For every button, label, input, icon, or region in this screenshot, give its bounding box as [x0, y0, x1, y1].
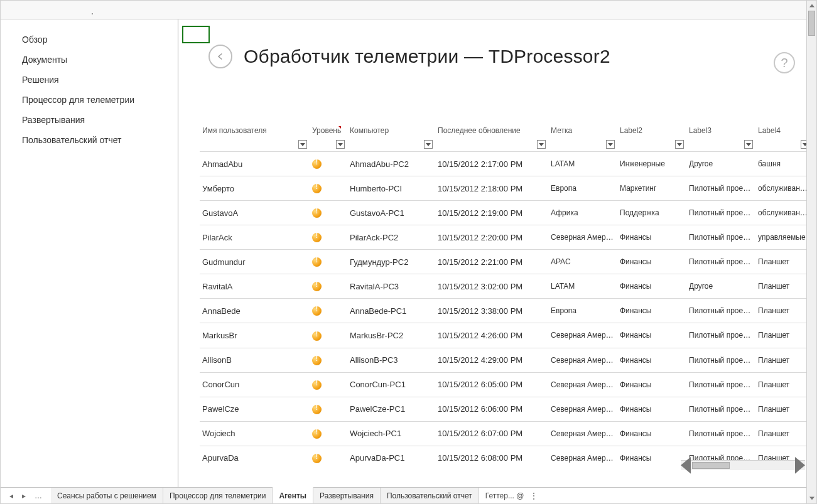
cell-level — [310, 446, 347, 470]
cell-computer: PawelCze-PC1 — [347, 397, 435, 421]
scroll-thumb[interactable] — [692, 462, 730, 469]
sidebar-item-overview[interactable]: Обзор — [22, 35, 178, 45]
cell-level — [310, 348, 347, 372]
filter-button[interactable] — [298, 140, 307, 149]
cell-label4: Планшет — [755, 348, 810, 372]
cell-updated: 10/15/2012 2:18:00 PM — [435, 176, 548, 201]
table-row[interactable]: GustavoAGustavoA-PC110/15/2012 2:19:00 P… — [200, 201, 810, 225]
cell-level — [310, 299, 347, 323]
col-header-label3: Label3 — [686, 126, 755, 152]
title-bar — [1, 1, 816, 19]
page-title: Обработчик телеметрии — TDProcessor2 — [244, 46, 610, 67]
cell-label3: Пилотный проект 1 — [686, 225, 755, 250]
sheet-tab-sessions[interactable]: Сеансы работы с решением — [51, 488, 163, 503]
cell-label3: Пилотный проект 1 — [686, 372, 755, 397]
sheet-tab-custom-report[interactable]: Пользовательский отчет — [381, 488, 479, 503]
filter-button[interactable] — [744, 140, 753, 149]
filter-button[interactable] — [675, 140, 684, 149]
filter-button[interactable] — [336, 140, 345, 149]
sidebar: Обзор Документы Решения Процессор для те… — [1, 19, 178, 487]
table-row[interactable]: AhmadAbuAhmadAbu-PC210/15/2012 2:17:00 P… — [200, 152, 810, 176]
cell-user: Wojciech — [200, 421, 310, 446]
cell-computer: MarkusBr-PC2 — [347, 323, 435, 348]
col-header-computer: Компьютер — [347, 126, 435, 152]
warning-icon — [312, 380, 322, 390]
cell-updated: 10/15/2012 2:21:00 PM — [435, 250, 548, 274]
scroll-thumb[interactable] — [808, 11, 815, 36]
scroll-down-button[interactable] — [807, 493, 816, 503]
table-row[interactable]: WojciechWojciech-PC110/15/2012 6:07:00 P… — [200, 421, 810, 446]
warning-icon — [312, 282, 322, 291]
cell-updated: 10/15/2012 3:38:00 PM — [435, 299, 548, 323]
sidebar-item-custom-report[interactable]: Пользовательский отчет — [22, 135, 178, 145]
cell-level — [310, 152, 347, 176]
agents-table: Имя пользователя Уровень Компьютер После… — [200, 126, 810, 470]
table-row[interactable]: УмбертоHumberto-PCI10/15/2012 2:18:00 PM… — [200, 176, 810, 201]
window-vertical-scrollbar[interactable] — [806, 1, 816, 503]
table-row[interactable]: PawelCzePawelCze-PC110/15/2012 6:06:00 P… — [200, 397, 810, 421]
warning-icon — [312, 208, 322, 218]
horizontal-scrollbar[interactable] — [681, 460, 805, 470]
scroll-track[interactable] — [807, 11, 816, 493]
warning-icon — [312, 184, 322, 193]
filter-button[interactable] — [424, 140, 433, 149]
sheet-more-button[interactable]: … — [35, 491, 42, 500]
cell-computer: RavitalA-PC3 — [347, 274, 435, 299]
sidebar-item-solutions[interactable]: Решения — [22, 75, 178, 85]
cell-level — [310, 176, 347, 201]
table-row[interactable]: ConorCunConorCun-PC110/15/2012 6:05:00 P… — [200, 372, 810, 397]
table-row[interactable]: AllisonBAllisonB-PC310/15/2012 4:29:00 P… — [200, 348, 810, 372]
cell-label3: Другое — [686, 274, 755, 299]
help-button[interactable]: ? — [774, 52, 795, 73]
scroll-track[interactable] — [691, 461, 795, 470]
active-cell-indicator[interactable] — [182, 26, 210, 43]
sheet-tab-deployments[interactable]: Развертывания — [313, 488, 381, 503]
cell-label4: обслуживание — [755, 201, 810, 225]
cell-label3: Пилотный проект 1 — [686, 421, 755, 446]
cell-label2: Финансы — [617, 299, 686, 323]
sidebar-item-documents[interactable]: Документы — [22, 55, 178, 65]
filter-button[interactable] — [606, 140, 615, 149]
table-row[interactable]: MarkusBrMarkusBr-PC210/15/2012 4:26:00 P… — [200, 323, 810, 348]
sheet-tab-telemetry-processor[interactable]: Процессор для телеметрии — [163, 488, 273, 503]
cell-computer: AnnaBede-PC1 — [347, 299, 435, 323]
cell-user: AnnaBede — [200, 299, 310, 323]
table-row[interactable]: PilarAckPilarAck-PC210/15/2012 2:20:00 P… — [200, 225, 810, 250]
cell-user: PilarAck — [200, 225, 310, 250]
cell-computer: ApurvaDa-PC1 — [347, 446, 435, 470]
sheet-extra-controls: Геттер... @ ⋮ — [479, 488, 544, 503]
table-row[interactable]: GudmundurГудмундур-PC210/15/2012 2:21:00… — [200, 250, 810, 274]
cell-label1: Северная Америка — [548, 225, 617, 250]
col-label: Имя пользователя — [202, 126, 306, 135]
cell-user: ApurvaDa — [200, 446, 310, 470]
sheet-overflow-label[interactable]: Геттер... @ — [485, 491, 524, 500]
scroll-right-button[interactable] — [795, 461, 805, 470]
cell-label4: башня — [755, 152, 810, 176]
cell-label2: Финансы — [617, 397, 686, 421]
sheet-prev-button[interactable]: ◂ — [9, 491, 13, 500]
back-button[interactable] — [208, 45, 232, 68]
table-row[interactable]: AnnaBedeAnnaBede-PC110/15/2012 3:38:00 P… — [200, 299, 810, 323]
cell-computer: AhmadAbu-PC2 — [347, 152, 435, 176]
sheet-options-icon[interactable]: ⋮ — [530, 491, 538, 500]
cell-computer: Гудмундур-PC2 — [347, 250, 435, 274]
scroll-up-button[interactable] — [807, 1, 816, 11]
arrow-left-icon — [215, 51, 226, 62]
col-label: Компьютер — [350, 126, 431, 135]
sidebar-item-telemetry-processor[interactable]: Процессор для телеметрии — [22, 95, 178, 105]
table-row[interactable]: RavitalARavitalA-PC310/15/2012 3:02:00 P… — [200, 274, 810, 299]
sheet-next-button[interactable]: ▸ — [22, 491, 26, 500]
sheet-tab-agents[interactable]: Агенты — [273, 487, 313, 503]
cell-user: Умберто — [200, 176, 310, 201]
cell-user: Gudmundur — [200, 250, 310, 274]
cell-computer: ConorCun-PC1 — [347, 372, 435, 397]
cell-computer: AllisonB-PC3 — [347, 348, 435, 372]
filter-button[interactable] — [537, 140, 546, 149]
cell-updated: 10/15/2012 6:05:00 PM — [435, 372, 548, 397]
scroll-left-button[interactable] — [681, 461, 691, 470]
cell-level — [310, 250, 347, 274]
cell-label4: обслуживание — [755, 176, 810, 201]
col-header-updated: Последнее обновление — [435, 126, 548, 152]
cell-label2: Финансы — [617, 250, 686, 274]
sidebar-item-deployments[interactable]: Развертывания — [22, 115, 178, 125]
